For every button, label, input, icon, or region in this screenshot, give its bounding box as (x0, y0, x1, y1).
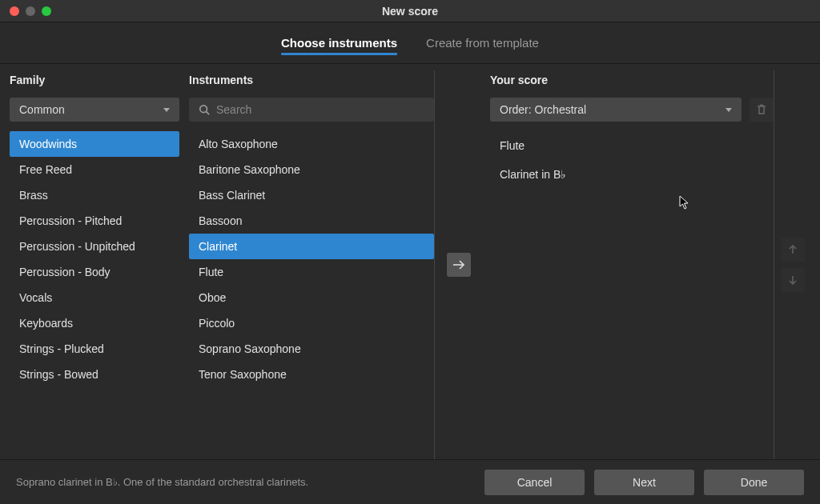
instrument-item[interactable]: Flute (189, 259, 434, 285)
search-icon (199, 104, 210, 115)
trash-icon (756, 104, 767, 115)
instrument-item[interactable]: Tenor Saxophone (189, 362, 434, 387)
status-text: Soprano clarinet in B♭. One of the stand… (16, 476, 308, 488)
reorder-column (774, 70, 810, 459)
instruments-header: Instruments (189, 70, 434, 98)
family-item[interactable]: Percussion - Body (10, 259, 179, 285)
instruments-column: Instruments Alto SaxophoneBaritone Saxop… (189, 70, 434, 459)
window-controls (0, 6, 51, 16)
family-item[interactable]: Vocals (10, 285, 179, 310)
instrument-item[interactable]: Oboe (189, 285, 434, 310)
family-item[interactable]: Free Reed (10, 157, 179, 182)
chevron-down-icon (726, 108, 732, 112)
family-item[interactable]: Woodwinds (10, 131, 179, 157)
score-item[interactable]: Clarinet in B♭ (490, 160, 774, 189)
family-item[interactable]: Brass (10, 182, 179, 208)
score-header: Your score (490, 70, 774, 98)
instrument-item[interactable]: Soprano Saxophone (189, 336, 434, 362)
instrument-item[interactable]: Piccolo (189, 310, 434, 336)
instruments-list: Alto SaxophoneBaritone SaxophoneBass Cla… (189, 131, 434, 387)
tab-create-from-template[interactable]: Create from template (426, 26, 539, 60)
instrument-item[interactable]: Bass Clarinet (189, 182, 434, 208)
family-list: WoodwindsFree ReedBrassPercussion - Pitc… (10, 131, 179, 387)
score-list: FluteClarinet in B♭ (490, 131, 774, 189)
family-item[interactable]: Strings - Bowed (10, 362, 179, 387)
family-category-value: Common (19, 103, 65, 116)
family-column: Family Common WoodwindsFree ReedBrassPer… (10, 70, 179, 459)
family-item[interactable]: Percussion - Unpitched (10, 234, 179, 259)
family-item[interactable]: Strings - Plucked (10, 336, 179, 362)
instrument-item[interactable]: Clarinet (189, 234, 434, 259)
footer: Soprano clarinet in B♭. One of the stand… (0, 459, 820, 504)
next-button[interactable]: Next (594, 470, 694, 495)
chevron-down-icon (163, 108, 170, 112)
tab-choose-instruments[interactable]: Choose instruments (281, 26, 397, 60)
main-content: Family Common WoodwindsFree ReedBrassPer… (0, 64, 820, 459)
instrument-item[interactable]: Bassoon (189, 208, 434, 234)
family-item[interactable]: Percussion - Pitched (10, 208, 179, 234)
score-item[interactable]: Flute (490, 131, 774, 160)
family-item[interactable]: Keyboards (10, 310, 179, 336)
search-box[interactable] (189, 98, 434, 122)
transfer-column (434, 70, 482, 459)
cancel-button[interactable]: Cancel (484, 470, 585, 495)
family-header: Family (10, 70, 179, 98)
delete-button[interactable] (750, 98, 774, 122)
tabs: Choose instruments Create from template (0, 22, 820, 64)
maximize-window-button[interactable] (42, 6, 51, 16)
instrument-item[interactable]: Baritone Saxophone (189, 157, 434, 182)
titlebar: New score (0, 0, 820, 22)
move-down-button[interactable] (781, 268, 805, 292)
move-up-button[interactable] (781, 238, 805, 262)
instrument-item[interactable]: Alto Saxophone (189, 131, 434, 157)
arrow-up-icon (789, 245, 797, 254)
window-title: New score (382, 5, 438, 18)
search-input[interactable] (216, 103, 424, 116)
minimize-window-button[interactable] (26, 6, 35, 16)
done-button[interactable]: Done (704, 470, 804, 495)
close-window-button[interactable] (10, 6, 19, 16)
add-instrument-button[interactable] (447, 253, 471, 277)
score-top-row: Order: Orchestral (490, 98, 774, 122)
order-dropdown[interactable]: Order: Orchestral (490, 98, 742, 122)
arrow-down-icon (789, 275, 797, 285)
footer-buttons: Cancel Next Done (484, 470, 804, 495)
svg-line-1 (207, 112, 210, 115)
family-category-dropdown[interactable]: Common (10, 98, 179, 122)
svg-point-0 (200, 106, 207, 113)
arrow-right-icon (452, 260, 465, 270)
score-column: Your score Order: Orchestral FluteClarin… (490, 70, 774, 459)
order-value: Order: Orchestral (500, 103, 586, 116)
